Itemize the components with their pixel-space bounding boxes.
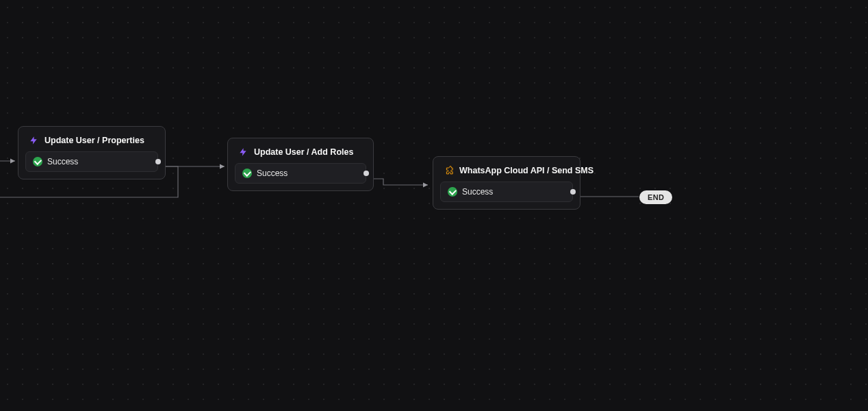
node-header: WhatsApp Cloud API / Send SMS bbox=[440, 164, 573, 182]
end-node[interactable]: END bbox=[639, 190, 672, 204]
node-whatsapp-send-sms[interactable]: WhatsApp Cloud API / Send SMS Success bbox=[433, 156, 580, 210]
bolt-icon bbox=[28, 135, 39, 146]
node-header: Update User / Properties bbox=[25, 134, 158, 151]
bolt-icon bbox=[238, 147, 248, 158]
output-port[interactable] bbox=[570, 189, 576, 195]
node-title: WhatsApp Cloud API / Send SMS bbox=[459, 166, 593, 175]
node-title: Update User / Add Roles bbox=[254, 147, 353, 157]
status-label: Success bbox=[257, 169, 288, 178]
output-port[interactable] bbox=[363, 171, 369, 176]
node-status-row[interactable]: Success bbox=[440, 182, 573, 202]
node-update-user-add-roles[interactable]: Update User / Add Roles Success bbox=[227, 138, 374, 191]
output-port[interactable] bbox=[155, 159, 161, 164]
status-label: Success bbox=[47, 157, 78, 166]
workflow-canvas[interactable]: Update User / Properties Success Update … bbox=[0, 0, 868, 411]
node-status-row[interactable]: Success bbox=[235, 163, 366, 184]
node-status-row[interactable]: Success bbox=[25, 151, 158, 172]
status-label: Success bbox=[462, 187, 493, 197]
node-update-user-properties[interactable]: Update User / Properties Success bbox=[18, 126, 166, 179]
node-header: Update User / Add Roles bbox=[235, 145, 366, 163]
check-circle-icon bbox=[242, 169, 252, 178]
check-circle-icon bbox=[33, 157, 42, 166]
check-circle-icon bbox=[448, 187, 457, 197]
puzzle-icon bbox=[443, 165, 454, 176]
node-title: Update User / Properties bbox=[44, 136, 144, 145]
end-label: END bbox=[648, 193, 664, 201]
